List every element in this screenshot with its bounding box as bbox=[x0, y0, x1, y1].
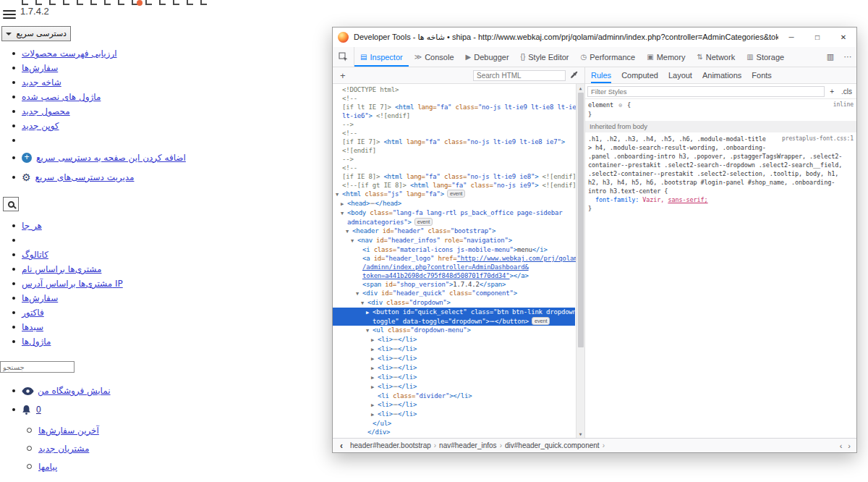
sidebar-link[interactable]: پیامها bbox=[38, 462, 57, 472]
markup-node[interactable]: ▶<li>⋯</li> bbox=[333, 400, 575, 410]
sidebar-link[interactable]: سفارش‌ها bbox=[22, 63, 58, 73]
notifications-count[interactable]: 0 bbox=[36, 405, 41, 415]
search-button[interactable] bbox=[3, 197, 19, 211]
markup-node[interactable]: ▶<li>⋯</li> bbox=[333, 335, 575, 344]
collapse-arrow[interactable]: ▼ bbox=[361, 299, 367, 308]
markup-node[interactable]: <!-- bbox=[333, 129, 575, 138]
breadcrumb-scroll-left[interactable]: ‹ bbox=[837, 441, 846, 450]
element-target-icon[interactable]: ⊙ bbox=[617, 102, 624, 109]
markup-node[interactable]: --> bbox=[333, 120, 575, 129]
markup-node[interactable]: ▶<button id="quick_select" class="btn bt… bbox=[333, 308, 575, 317]
menu-icon[interactable] bbox=[3, 8, 16, 21]
sidebar-link[interactable]: سبدها bbox=[22, 322, 43, 332]
devtools-tab-memory[interactable]: ▣Memory bbox=[641, 47, 691, 67]
markup-node[interactable]: ▶<li>⋯</li> bbox=[333, 363, 575, 373]
sidebar-search-input[interactable] bbox=[0, 361, 75, 373]
breadcrumb-scroll-right[interactable]: › bbox=[845, 441, 854, 450]
expand-arrow[interactable]: ▶ bbox=[371, 355, 378, 363]
markup-node[interactable]: ▶<li>⋯</li> bbox=[333, 373, 575, 382]
markup-node[interactable]: [if lt IE 7]> <html lang="fa" class="no-… bbox=[333, 103, 575, 111]
sidebar-link[interactable]: ماژول‌ها bbox=[22, 337, 51, 347]
collapse-arrow[interactable]: ▼ bbox=[366, 326, 373, 335]
markup-node[interactable]: <li class="divider"></li> bbox=[333, 392, 575, 400]
markup-node[interactable]: [if IE 7]> <html lang="fa" class="no-js … bbox=[333, 138, 575, 146]
expand-arrow[interactable]: ▶ bbox=[371, 383, 378, 392]
minimize-button[interactable]: ─ bbox=[778, 28, 804, 47]
devtools-tab-storage[interactable]: ▥Storage bbox=[741, 47, 790, 67]
devtools-titlebar[interactable]: Developer Tools - شاخه ها • shipa - http… bbox=[333, 28, 856, 47]
close-button[interactable]: ✕ bbox=[830, 28, 856, 47]
markup-node[interactable]: toggle" data-toggle="dropdown">⋯</button… bbox=[333, 317, 575, 326]
expand-arrow[interactable]: ▶ bbox=[371, 336, 378, 344]
collapse-arrow[interactable]: ▼ bbox=[341, 209, 347, 218]
scrollbar-thumb[interactable] bbox=[578, 93, 584, 347]
expand-arrow[interactable]: ▶ bbox=[371, 373, 378, 382]
markup-node[interactable]: </ul> bbox=[333, 419, 575, 428]
expand-arrow[interactable]: ▶ bbox=[371, 345, 378, 354]
markup-node[interactable]: [if IE 8]> <html lang="fa" class="no-js … bbox=[333, 172, 575, 181]
breadcrumb-back-button[interactable]: ‹ bbox=[336, 441, 347, 451]
create-node-button[interactable]: + bbox=[336, 70, 350, 81]
markup-node[interactable]: </div> bbox=[333, 436, 575, 438]
pick-element-button[interactable] bbox=[333, 47, 354, 67]
devtools-tab-debugger[interactable]: ▶Debugger bbox=[460, 47, 515, 67]
collapse-arrow[interactable]: ▼ bbox=[346, 227, 352, 236]
expand-arrow[interactable]: ▶ bbox=[371, 401, 378, 410]
event-badge[interactable]: event bbox=[532, 317, 550, 325]
collapse-arrow[interactable]: ▼ bbox=[356, 289, 362, 298]
markup-node[interactable]: ▼<div id="header_quick" class="component… bbox=[333, 289, 575, 298]
rule-source-link[interactable]: prestaplus-font.css:1 bbox=[782, 135, 854, 143]
scroll-up-arrow[interactable]: ▲ bbox=[576, 84, 584, 92]
breadcrumb-item[interactable]: header#header.bootstrap bbox=[347, 441, 434, 449]
markup-node[interactable]: ▶<li>⋯</li> bbox=[333, 354, 575, 363]
expand-arrow[interactable]: ▶ bbox=[341, 200, 347, 208]
markup-node[interactable]: <span id="shop_version">1.7.4.2</span> bbox=[333, 280, 575, 289]
markup-node[interactable]: </div> bbox=[333, 428, 575, 436]
markup-node[interactable]: ▼<body class="lang-fa lang-rtl ps_back_o… bbox=[333, 208, 575, 218]
sidebar-link[interactable]: ارزیابی فهرست محصولات bbox=[22, 48, 117, 59]
toggle-classes-button[interactable]: .cls bbox=[839, 88, 854, 96]
sidebar-tab-computed[interactable]: Computed bbox=[621, 67, 658, 83]
devtools-tab-console[interactable]: ≫Console bbox=[409, 47, 460, 67]
devtools-tab-style-editor[interactable]: {}Style Editor bbox=[515, 47, 575, 67]
view-shop-link[interactable]: نمایش فروشگاه من bbox=[38, 386, 111, 396]
sidebar-link[interactable]: هر جا bbox=[22, 221, 42, 231]
sidebar-link[interactable]: آخرین سفارش‌ها bbox=[38, 426, 99, 436]
markup-node[interactable]: ▶<li>⋯</li> bbox=[333, 382, 575, 392]
event-badge[interactable]: event bbox=[447, 190, 465, 198]
sidebar-link[interactable]: مشتری‌ها براساس آدرس IP bbox=[22, 279, 123, 289]
markup-node[interactable]: ▶<li>⋯</li> bbox=[333, 410, 575, 419]
sidebar-link[interactable]: کوپن جدید bbox=[22, 121, 59, 131]
collapse-arrow[interactable]: ▼ bbox=[351, 237, 357, 245]
sidebar-link[interactable]: مشتری‌ها براساس نام bbox=[22, 264, 101, 274]
markup-node[interactable]: ▶<head>⋯</head> bbox=[333, 199, 575, 208]
breadcrumb-item[interactable]: div#header_quick.component bbox=[502, 441, 603, 449]
more-options-icon[interactable]: ⋯ bbox=[839, 47, 856, 67]
markup-node[interactable]: <!-- bbox=[333, 94, 575, 103]
dock-icon[interactable]: ▥ bbox=[822, 47, 839, 67]
expand-arrow[interactable]: ▶ bbox=[371, 364, 378, 373]
element-rule-source[interactable]: inline bbox=[833, 101, 854, 110]
event-badge[interactable]: event bbox=[414, 218, 433, 226]
markup-node[interactable]: <![endif] bbox=[333, 146, 575, 155]
markup-node[interactable]: <!DOCTYPE html> bbox=[333, 85, 575, 94]
add-page-link[interactable]: اضافه کردن این صفحه به دسترسی سریع bbox=[36, 153, 186, 163]
markup-node[interactable]: admincategories">event bbox=[333, 218, 575, 227]
markup-node[interactable]: ▼<header id="header" class="bootstrap"> bbox=[333, 227, 575, 236]
markup-node[interactable]: ▼<div class="dropdown"> bbox=[333, 298, 575, 308]
markup-node[interactable]: lt-ie6"> <![endif] bbox=[333, 111, 575, 120]
markup-node[interactable]: ▶<li>⋯</li> bbox=[333, 344, 575, 354]
markup-node[interactable]: <!-- bbox=[333, 164, 575, 172]
sidebar-tab-rules[interactable]: Rules bbox=[591, 67, 611, 83]
breadcrumb-item[interactable]: nav#header_infos bbox=[436, 441, 500, 449]
sidebar-tab-fonts[interactable]: Fonts bbox=[752, 67, 772, 83]
sidebar-link[interactable]: کاتالوگ bbox=[22, 250, 48, 260]
markup-node[interactable]: ▼<ul class="dropdown-menu"> bbox=[333, 326, 575, 335]
collapse-arrow[interactable]: ▼ bbox=[336, 190, 342, 199]
markup-node[interactable]: /adminn/index.php?controller=AdminDashbo… bbox=[333, 263, 575, 271]
markup-node[interactable]: ▼<html class="js" lang="fa">event bbox=[333, 190, 575, 199]
add-rule-button[interactable]: + bbox=[827, 88, 836, 96]
maximize-button[interactable]: □ bbox=[804, 28, 830, 47]
markup-node[interactable]: --> bbox=[333, 155, 575, 164]
sidebar-link[interactable]: فاکتور bbox=[22, 308, 44, 318]
